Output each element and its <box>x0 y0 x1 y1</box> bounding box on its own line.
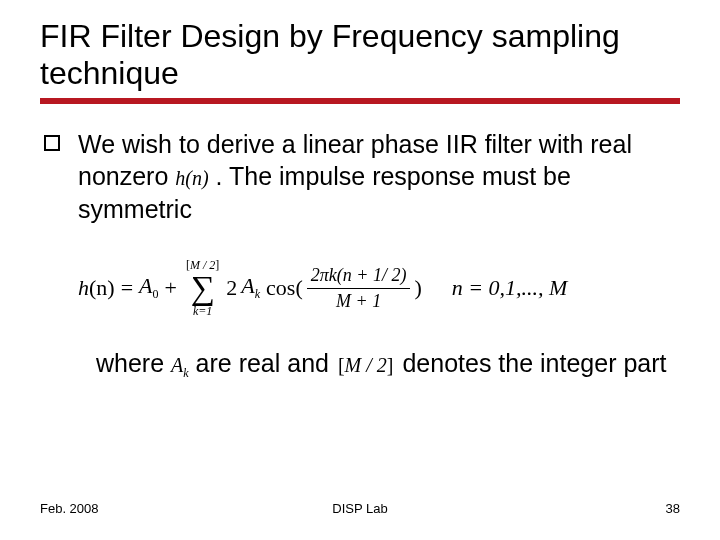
eq-plus: + <box>165 275 177 301</box>
title-underline <box>40 98 680 104</box>
bullet-box-icon <box>44 135 60 151</box>
equation-row: h(n) = A0 + [M / 2] ∑ k=1 2 Ak cos( 2πk(… <box>78 259 680 317</box>
eq-Ak: Ak <box>241 273 260 302</box>
where-Ak: Ak <box>171 354 189 376</box>
sum-lower: k=1 <box>193 305 212 317</box>
sum-symbol: [M / 2] ∑ k=1 <box>186 259 219 317</box>
equation-range: n = 0,1,..., M <box>452 275 568 301</box>
eq-fraction-num: 2πk(n + 1/ 2) <box>307 265 411 289</box>
where-text: where Ak are real and [M / 2] denotes th… <box>40 347 680 382</box>
eq-two: 2 <box>226 275 237 301</box>
where-mid: are real and <box>196 349 336 377</box>
where-bracket: [M / 2] <box>336 354 396 376</box>
footer-lab: DISP Lab <box>40 501 680 516</box>
footer: Feb. 2008 DISP Lab 38 <box>40 501 680 516</box>
slide: FIR Filter Design by Frequency sampling … <box>0 0 720 540</box>
where-post: denotes the integer part <box>402 349 666 377</box>
where-lead: where <box>96 349 171 377</box>
equation-main: h(n) = A0 + [M / 2] ∑ k=1 2 Ak cos( 2πk(… <box>78 259 422 317</box>
eq-cos-close: ) <box>414 275 421 301</box>
body-text: We wish to derive a linear phase IIR fil… <box>40 128 680 226</box>
eq-fraction-den: M + 1 <box>332 289 385 312</box>
inline-hn: h(n) <box>175 167 208 189</box>
slide-title: FIR Filter Design by Frequency sampling … <box>40 18 680 92</box>
eq-equals: = <box>121 275 133 301</box>
eq-h: h(n) <box>78 275 115 301</box>
eq-A0: A0 <box>139 273 158 302</box>
sigma-icon: ∑ <box>191 271 215 305</box>
eq-cos-open: cos( <box>266 275 303 301</box>
eq-fraction: 2πk(n + 1/ 2) M + 1 <box>307 265 411 311</box>
